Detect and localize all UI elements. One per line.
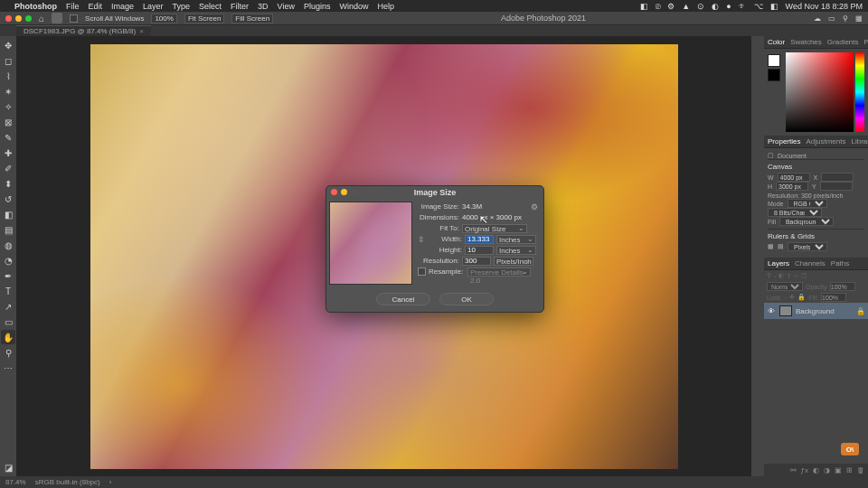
cloud-icon[interactable]: ☁ (814, 14, 821, 23)
stamp-tool-icon[interactable]: ⬍ (1, 176, 15, 191)
dialog-close-icon[interactable] (331, 189, 337, 195)
tab-layers[interactable]: Layers (768, 259, 789, 267)
width-unit-select[interactable]: Inches (496, 235, 536, 244)
share-icon[interactable]: ▭ (828, 14, 835, 23)
link-layers-icon[interactable]: ⚯ (790, 466, 797, 474)
filter-shape-icon[interactable]: ▱ (794, 272, 798, 279)
canvas-x-input[interactable] (821, 173, 854, 182)
workspace-icon[interactable]: ▦ (855, 14, 863, 23)
menu-view[interactable]: View (278, 2, 295, 11)
adjustment-icon[interactable]: ◑ (824, 466, 830, 474)
menu-help[interactable]: Help (378, 2, 395, 11)
app-name[interactable]: Photoshop (14, 2, 57, 11)
grid-icon[interactable]: ▤ (778, 243, 784, 250)
canvas-width-input[interactable] (778, 173, 810, 182)
new-layer-icon[interactable]: ⊞ (846, 466, 853, 474)
hand-tool-icon[interactable]: ✋ (1, 330, 15, 344)
bits-select[interactable]: 8 Bits/Channel (768, 208, 822, 217)
color-swatch-icon[interactable]: ◪ (1, 460, 15, 474)
filter-type-icon[interactable]: T (787, 273, 790, 279)
color-picker[interactable] (768, 52, 864, 132)
tab-channels[interactable]: Channels (795, 259, 826, 267)
delete-layer-icon[interactable]: 🗑 (857, 466, 864, 474)
home-icon[interactable]: ⌂ (39, 14, 44, 23)
chevron-right-icon[interactable]: › (109, 478, 112, 486)
menu-plugins[interactable]: Plugins (304, 2, 331, 11)
shape-tool-icon[interactable]: ▭ (1, 314, 15, 329)
canvas-y-input[interactable] (820, 182, 853, 191)
link-icon[interactable]: ⇳ (418, 235, 425, 244)
dodge-tool-icon[interactable]: ◔ (1, 253, 15, 267)
fill-input[interactable] (821, 293, 846, 302)
frame-tool-icon[interactable]: ⊠ (1, 115, 15, 129)
menu-3d[interactable]: 3D (258, 2, 269, 11)
crop-tool-icon[interactable]: ⟡ (1, 99, 15, 114)
tool-preset-icon[interactable] (52, 13, 62, 23)
tab-gradients[interactable]: Gradients (827, 38, 859, 46)
dialog-minimize-icon[interactable] (341, 189, 347, 195)
status-icon[interactable]: ◧ (640, 2, 648, 11)
mask-icon[interactable]: ◐ (813, 466, 819, 474)
tab-color[interactable]: Color (768, 38, 785, 46)
brush-tool-icon[interactable]: ✐ (1, 161, 15, 175)
lock-pixels-icon[interactable]: ▫ (785, 295, 787, 301)
dialog-titlebar[interactable]: Image Size (326, 186, 543, 199)
layer-filter-icon[interactable]: ⚲ (767, 272, 771, 279)
menu-select[interactable]: Select (199, 2, 222, 11)
resolution-unit-select[interactable]: Pixels/Inch (494, 257, 533, 266)
color-profile[interactable]: sRGB built-in (8bpc) (35, 478, 100, 486)
blend-mode-select[interactable]: Normal (767, 282, 803, 291)
history-brush-icon[interactable]: ↺ (1, 192, 15, 206)
tab-libraries[interactable]: Libraries (852, 137, 869, 145)
resample-checkbox[interactable] (418, 267, 426, 276)
fit-screen-button[interactable]: Fit Screen (184, 14, 224, 23)
heal-tool-icon[interactable]: ✚ (1, 145, 15, 160)
path-tool-icon[interactable]: ↗ (1, 299, 15, 314)
search-icon[interactable]: ⚲ (843, 14, 848, 23)
status-icon[interactable]: ⌥ (754, 2, 763, 11)
fill-select[interactable]: Background Color (779, 217, 834, 226)
gear-icon[interactable]: ⚙ (531, 202, 538, 211)
layer-row[interactable]: 👁 Background 🔒 (764, 303, 868, 319)
blur-tool-icon[interactable]: ◍ (1, 238, 15, 252)
lock-all-icon[interactable]: 🔒 (797, 294, 806, 301)
edit-toolbar-icon[interactable]: ⋯ (1, 361, 15, 375)
height-unit-select[interactable]: Inches (496, 246, 536, 255)
eraser-tool-icon[interactable]: ◧ (1, 207, 15, 221)
menu-type[interactable]: Type (173, 2, 191, 11)
layer-thumbnail[interactable] (779, 305, 792, 316)
wand-tool-icon[interactable]: ✶ (1, 84, 15, 99)
status-icon[interactable]: ⚙ (667, 2, 675, 11)
resample-select[interactable]: Preserve Details 2.0 (467, 267, 531, 277)
status-icon[interactable]: ◐ (712, 2, 719, 11)
menu-layer[interactable]: Layer (143, 2, 164, 11)
fill-screen-button[interactable]: Fill Screen (231, 14, 273, 23)
lock-icon[interactable]: 🔒 (856, 307, 865, 315)
move-tool-icon[interactable]: ✥ (1, 38, 15, 52)
fit-to-select[interactable]: Original Size (462, 224, 527, 233)
lasso-tool-icon[interactable]: ⌇ (1, 69, 15, 83)
eyedropper-tool-icon[interactable]: ✎ (1, 130, 15, 145)
scroll-all-checkbox[interactable] (70, 14, 78, 23)
status-icon[interactable]: ⊙ (697, 2, 704, 11)
visibility-icon[interactable]: 👁 (767, 307, 776, 315)
dialog-preview[interactable] (329, 202, 412, 285)
menu-file[interactable]: File (66, 2, 80, 11)
width-input[interactable] (465, 235, 494, 244)
ruler-icon[interactable]: ▦ (768, 243, 774, 250)
type-tool-icon[interactable]: T (1, 284, 15, 298)
menu-image[interactable]: Image (111, 2, 134, 11)
bg-swatch[interactable] (768, 69, 780, 81)
group-icon[interactable]: ▣ (835, 466, 842, 474)
minimize-icon[interactable] (15, 15, 22, 22)
lock-position-icon[interactable]: ✥ (789, 294, 795, 301)
zoom-level[interactable]: 87.4% (5, 478, 26, 486)
color-field[interactable] (786, 52, 854, 132)
pen-tool-icon[interactable]: ✒ (1, 268, 15, 283)
menubar-clock[interactable]: Wed Nov 18 8:28 PM (786, 2, 863, 11)
mode-select[interactable]: RGB Color (788, 199, 827, 208)
tab-patterns[interactable]: Patterns (864, 38, 869, 46)
tab-properties[interactable]: Properties (768, 137, 800, 145)
menu-edit[interactable]: Edit (89, 2, 103, 11)
menu-filter[interactable]: Filter (231, 2, 249, 11)
